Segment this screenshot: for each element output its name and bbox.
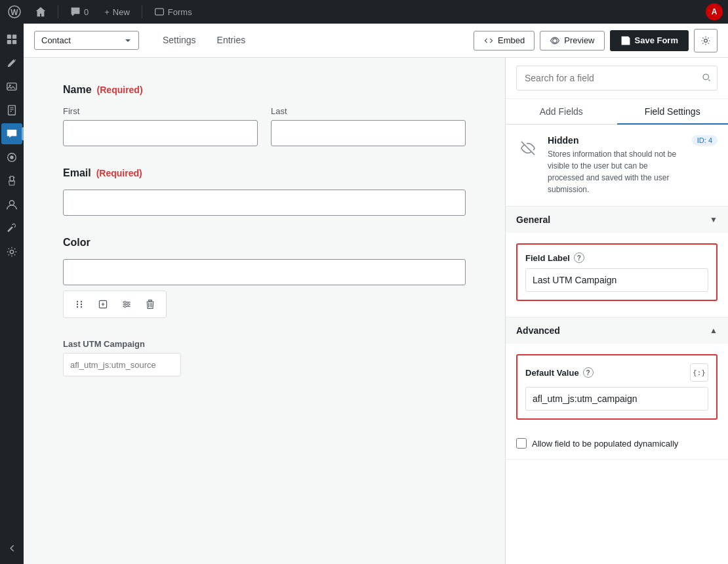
comments-button[interactable]: 0 bbox=[66, 5, 92, 18]
nav-settings[interactable]: Settings bbox=[152, 24, 207, 58]
sidebar-icon-comments[interactable] bbox=[1, 123, 22, 144]
tab-add-fields[interactable]: Add Fields bbox=[506, 100, 617, 125]
sidebar-icon-dashboard[interactable] bbox=[1, 29, 22, 50]
svg-point-34 bbox=[124, 306, 126, 308]
general-accordion: General ▼ Field Label ? bbox=[506, 207, 728, 317]
svg-rect-2 bbox=[155, 9, 163, 15]
sidebar-icon-settings[interactable] bbox=[1, 241, 22, 262]
field-label-help-icon[interactable]: ? bbox=[574, 252, 584, 263]
default-value-input[interactable] bbox=[525, 387, 708, 411]
default-value-help-icon[interactable]: ? bbox=[583, 367, 594, 378]
first-name-input[interactable] bbox=[63, 120, 258, 146]
utm-field-input[interactable] bbox=[63, 353, 181, 376]
merge-tag-button[interactable]: {:} bbox=[690, 363, 708, 382]
home-icon[interactable] bbox=[31, 3, 50, 21]
separator bbox=[58, 5, 58, 18]
svg-point-21 bbox=[704, 39, 708, 42]
forms-button[interactable]: Forms bbox=[150, 5, 196, 18]
panel-content: Hidden Stores information that should no… bbox=[506, 125, 728, 564]
svg-rect-4 bbox=[12, 35, 16, 39]
svg-point-25 bbox=[81, 304, 82, 305]
nav-entries[interactable]: Entries bbox=[207, 24, 256, 58]
name-section: Name (Required) First Last bbox=[63, 84, 466, 146]
svg-rect-5 bbox=[7, 40, 11, 44]
allow-dynamic-row: Allow field to be populated dynamically bbox=[506, 438, 728, 459]
svg-point-22 bbox=[77, 301, 78, 302]
field-info-text: Hidden Stores information that should no… bbox=[548, 135, 684, 195]
field-settings-button[interactable] bbox=[116, 294, 137, 315]
general-chevron-icon: ▼ bbox=[710, 215, 718, 224]
split-pane: Name (Required) First Last bbox=[24, 58, 728, 564]
svg-point-26 bbox=[77, 306, 78, 308]
color-input[interactable] bbox=[63, 259, 466, 285]
preview-button[interactable]: Preview bbox=[540, 31, 604, 50]
utm-field-label: Last UTM Campaign bbox=[63, 339, 466, 349]
header-nav: Settings Entries bbox=[152, 24, 256, 57]
name-field-label: Name (Required) bbox=[63, 84, 466, 96]
drag-handle-button[interactable] bbox=[69, 294, 90, 315]
embed-button[interactable]: Embed bbox=[474, 31, 535, 50]
svg-point-20 bbox=[553, 38, 557, 42]
field-description: Stores information that should not be vi… bbox=[548, 148, 684, 195]
utm-field-section: Last UTM Campaign bbox=[63, 339, 466, 376]
sidebar-icon-plugins[interactable] bbox=[1, 171, 22, 191]
default-value-label-row: Default Value ? bbox=[525, 367, 594, 378]
field-label-section: Field Label ? bbox=[516, 243, 718, 301]
field-name: Hidden bbox=[548, 135, 684, 146]
sidebar-icon-appearance[interactable] bbox=[1, 147, 22, 168]
advanced-accordion: Advanced ▲ Default Value ? bbox=[506, 317, 728, 460]
new-button[interactable]: + New bbox=[100, 6, 134, 18]
allow-dynamic-checkbox[interactable] bbox=[516, 438, 527, 449]
form-canvas: Name (Required) First Last bbox=[24, 58, 505, 564]
first-name-col: First bbox=[63, 106, 258, 146]
search-wrapper bbox=[516, 66, 718, 91]
sidebar-icon-media[interactable] bbox=[1, 76, 22, 97]
form-selector[interactable]: Contact bbox=[34, 31, 139, 50]
content-area: Contact Settings Entries Embed Preview bbox=[24, 24, 728, 564]
form-name: Contact bbox=[41, 35, 71, 45]
hidden-field-icon bbox=[516, 136, 540, 160]
tab-field-settings[interactable]: Field Settings bbox=[617, 100, 729, 125]
last-label: Last bbox=[271, 106, 466, 116]
sidebar-icon-pages[interactable] bbox=[1, 100, 22, 121]
search-icon bbox=[702, 73, 711, 84]
forms-label: Forms bbox=[168, 7, 192, 17]
svg-point-18 bbox=[9, 201, 14, 205]
default-value-section: Default Value ? {:} bbox=[516, 354, 718, 420]
field-label-input[interactable] bbox=[525, 268, 708, 292]
svg-rect-15 bbox=[10, 176, 13, 181]
comments-count: 0 bbox=[84, 7, 89, 17]
search-field-input[interactable] bbox=[516, 66, 718, 91]
name-field-row: First Last bbox=[63, 106, 466, 146]
svg-point-24 bbox=[77, 304, 78, 305]
settings-gear-button[interactable] bbox=[694, 29, 718, 52]
delete-field-button[interactable] bbox=[140, 294, 161, 315]
advanced-accordion-header[interactable]: Advanced ▲ bbox=[506, 317, 728, 344]
sidebar-icon-users[interactable] bbox=[1, 194, 22, 215]
add-field-button[interactable] bbox=[92, 294, 113, 315]
sidebar-icon-tools[interactable] bbox=[1, 218, 22, 239]
svg-rect-3 bbox=[7, 35, 11, 39]
general-title: General bbox=[516, 214, 550, 225]
right-panel: Add Fields Field Settings Hidden bbox=[505, 58, 728, 564]
svg-point-14 bbox=[10, 155, 13, 159]
field-label-text: Field Label bbox=[525, 253, 570, 263]
last-name-input[interactable] bbox=[271, 120, 466, 146]
separator2 bbox=[142, 5, 142, 18]
sidebar-icon-collapse[interactable] bbox=[1, 538, 22, 559]
svg-point-23 bbox=[81, 301, 82, 302]
panel-tabs: Add Fields Field Settings bbox=[506, 99, 728, 125]
sidebar-icon-edit[interactable] bbox=[1, 52, 22, 73]
field-label-row: Field Label ? bbox=[525, 252, 708, 263]
email-input[interactable] bbox=[63, 190, 466, 216]
email-field-label: Email (Required) bbox=[63, 167, 466, 179]
wp-logo[interactable]: W bbox=[5, 3, 24, 21]
svg-point-35 bbox=[703, 74, 708, 79]
topbar: W 0 + New Forms A bbox=[0, 0, 728, 24]
save-form-button[interactable]: Save Form bbox=[610, 30, 689, 51]
svg-text:W: W bbox=[10, 8, 18, 17]
general-accordion-body: Field Label ? bbox=[506, 233, 728, 317]
general-accordion-header[interactable]: General ▼ bbox=[506, 207, 728, 233]
user-avatar[interactable]: A bbox=[706, 3, 723, 20]
field-toolbar bbox=[63, 291, 167, 318]
